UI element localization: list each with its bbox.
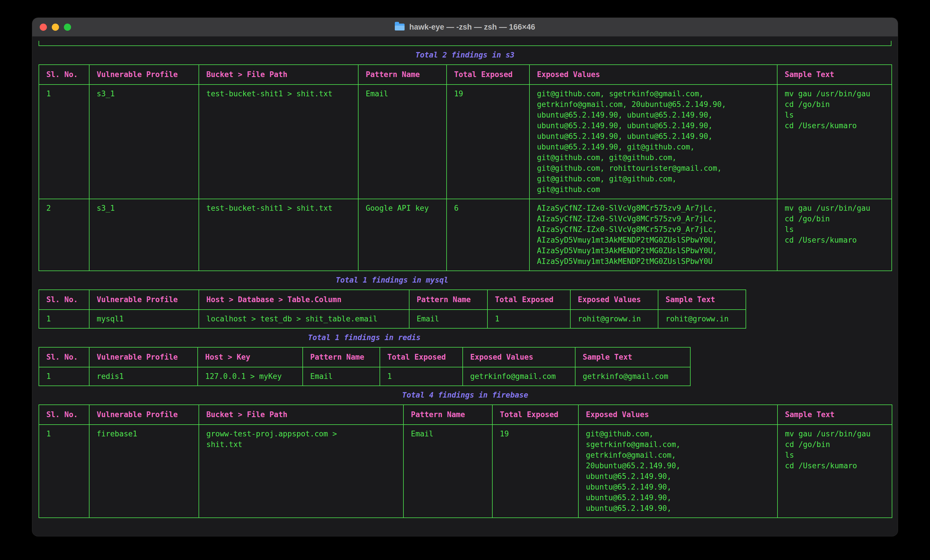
section-title: Total 2 findings in s3	[38, 50, 892, 60]
minimize-button[interactable]	[52, 24, 59, 31]
column-header: Sample Text	[777, 65, 892, 84]
table-cell: Google API key	[358, 199, 447, 271]
terminal-window: hawk-eye — -zsh — zsh — 166×46 Total 2 f…	[32, 18, 898, 536]
findings-table-redis: Sl. No.Vulnerable ProfileHost > KeyPatte…	[38, 347, 691, 386]
table-cell: s3_1	[89, 199, 199, 271]
column-header: Exposed Values	[578, 405, 778, 425]
table-cell: 19	[492, 425, 578, 518]
findings-section-mysql: Total 1 findings in mysql Sl. No.Vulnera…	[38, 275, 745, 328]
section-title: Total 1 findings in mysql	[38, 275, 745, 285]
table-cell: git@github.com, sgetrkinfo@gmail.com, ge…	[530, 84, 777, 199]
column-header: Host > Key	[198, 347, 303, 367]
table-cell: Email	[403, 425, 492, 518]
findings-table-firebase: Sl. No.Vulnerable ProfileBucket > File P…	[38, 405, 892, 518]
table-cell: 1	[487, 310, 570, 328]
table-cell: 1	[39, 425, 89, 518]
window-title-text: hawk-eye — -zsh — zsh — 166×46	[409, 23, 535, 32]
column-header: Total Exposed	[447, 65, 530, 84]
previous-table-bottom-edge	[38, 41, 892, 46]
folder-icon	[395, 24, 405, 31]
table-cell: 2	[39, 199, 89, 271]
table-row: 1s3_1test-bucket-shit1 > shit.txtEmail19…	[39, 84, 892, 199]
table-cell: redis1	[89, 367, 198, 386]
column-header: Sample Text	[658, 290, 746, 310]
table-cell: 6	[447, 199, 530, 271]
table-cell: rohit@groww.in	[570, 310, 658, 328]
column-header: Sl. No.	[39, 65, 89, 84]
column-header: Pattern Name	[358, 65, 447, 84]
table-cell: Email	[409, 310, 487, 328]
column-header: Sample Text	[778, 405, 892, 425]
header-row: Sl. No.Vulnerable ProfileBucket > File P…	[39, 405, 892, 425]
column-header: Sl. No.	[39, 405, 89, 425]
header-row: Sl. No.Vulnerable ProfileBucket > File P…	[39, 65, 892, 84]
table-cell: s3_1	[89, 84, 199, 199]
terminal-content[interactable]: Total 2 findings in s3 Sl. No.Vulnerable…	[32, 37, 898, 536]
table-cell: firebase1	[89, 425, 199, 518]
column-header: Vulnerable Profile	[89, 347, 198, 367]
table-cell: 1	[380, 367, 463, 386]
column-header: Total Exposed	[492, 405, 578, 425]
column-header: Total Exposed	[487, 290, 570, 310]
table-cell: test-bucket-shit1 > shit.txt	[199, 199, 358, 271]
table-row: 1redis1127.0.0.1 > myKeyEmail1getrkinfo@…	[39, 367, 690, 386]
column-header: Vulnerable Profile	[89, 290, 199, 310]
column-header: Pattern Name	[303, 347, 380, 367]
table-cell: 1	[39, 367, 89, 386]
column-header: Vulnerable Profile	[89, 405, 199, 425]
findings-section-redis: Total 1 findings in redis Sl. No.Vulnera…	[38, 332, 690, 386]
window-title: hawk-eye — -zsh — zsh — 166×46	[395, 23, 535, 32]
table-cell: getrkinfo@gmail.com	[575, 367, 690, 386]
table-cell: groww-test-proj.appspot.com > shit.txt	[199, 425, 403, 518]
table-cell: Email	[358, 84, 447, 199]
findings-section-firebase: Total 4 findings in firebase Sl. No.Vuln…	[38, 390, 892, 518]
header-row: Sl. No.Vulnerable ProfileHost > Database…	[39, 290, 746, 310]
findings-table-s3: Sl. No.Vulnerable ProfileBucket > File P…	[38, 64, 892, 271]
findings-table-mysql: Sl. No.Vulnerable ProfileHost > Database…	[38, 290, 746, 328]
table-cell: getrkinfo@gmail.com	[463, 367, 575, 386]
column-header: Host > Database > Table.Column	[199, 290, 409, 310]
table-cell: test-bucket-shit1 > shit.txt	[199, 84, 358, 199]
column-header: Total Exposed	[380, 347, 463, 367]
table-cell: mv gau /usr/bin/gau cd /go/bin ls cd /Us…	[777, 199, 892, 271]
column-header: Exposed Values	[463, 347, 575, 367]
column-header: Pattern Name	[409, 290, 487, 310]
column-header: Sl. No.	[39, 290, 89, 310]
table-row: 1mysql1localhost > test_db > shit_table.…	[39, 310, 746, 328]
table-cell: localhost > test_db > shit_table.email	[199, 310, 409, 328]
section-title: Total 4 findings in firebase	[38, 390, 892, 400]
section-title: Total 1 findings in redis	[38, 332, 690, 343]
column-header: Exposed Values	[570, 290, 658, 310]
column-header: Pattern Name	[403, 405, 492, 425]
table-cell: mv gau /usr/bin/gau cd /go/bin ls cd /Us…	[778, 425, 892, 518]
column-header: Vulnerable Profile	[89, 65, 199, 84]
findings-section-s3: Total 2 findings in s3 Sl. No.Vulnerable…	[38, 50, 892, 271]
table-row: 2s3_1test-bucket-shit1 > shit.txtGoogle …	[39, 199, 892, 271]
close-button[interactable]	[40, 24, 47, 31]
table-cell: git@github.com, sgetrkinfo@gmail.com, ge…	[578, 425, 778, 518]
table-row: 1firebase1groww-test-proj.appspot.com > …	[39, 425, 892, 518]
header-row: Sl. No.Vulnerable ProfileHost > KeyPatte…	[39, 347, 690, 367]
column-header: Sl. No.	[39, 347, 89, 367]
table-cell: 127.0.0.1 > myKey	[198, 367, 303, 386]
zoom-button[interactable]	[64, 24, 71, 31]
column-header: Bucket > File Path	[199, 405, 403, 425]
traffic-lights	[40, 18, 71, 36]
table-cell: AIzaSyCfNZ-IZx0-SlVcVg8MCr575zv9_Ar7jLc,…	[530, 199, 777, 271]
column-header: Sample Text	[575, 347, 690, 367]
table-cell: rohit@groww.in	[658, 310, 746, 328]
titlebar[interactable]: hawk-eye — -zsh — zsh — 166×46	[32, 18, 898, 37]
column-header: Bucket > File Path	[199, 65, 358, 84]
table-cell: mysql1	[89, 310, 199, 328]
table-cell: 19	[447, 84, 530, 199]
column-header: Exposed Values	[530, 65, 777, 84]
table-cell: mv gau /usr/bin/gau cd /go/bin ls cd /Us…	[777, 84, 892, 199]
table-cell: Email	[303, 367, 380, 386]
table-cell: 1	[39, 84, 89, 199]
table-cell: 1	[39, 310, 89, 328]
